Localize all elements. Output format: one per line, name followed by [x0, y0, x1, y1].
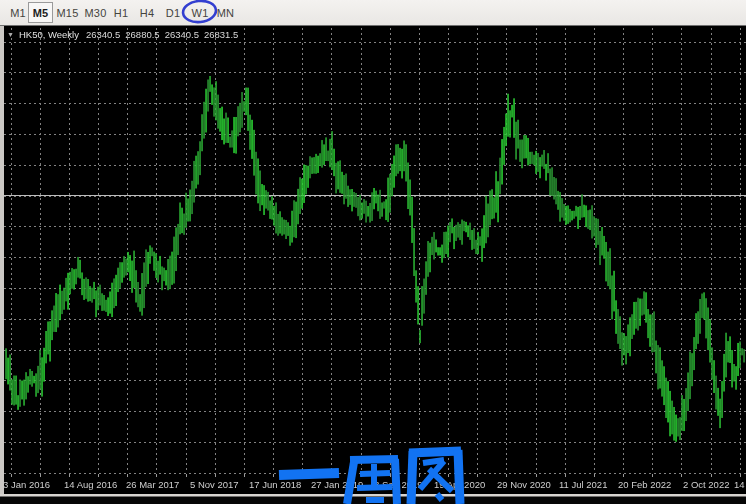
timeframe-button-m15[interactable]: M15	[54, 4, 81, 22]
ohlc-high: 26880.5	[125, 29, 159, 40]
chart-symbol-label: HK50, Weekly	[19, 29, 79, 40]
timeframe-button-m30[interactable]: M30	[82, 4, 109, 22]
ohlc-low: 26340.5	[165, 29, 199, 40]
ohlc-close: 26831.5	[204, 29, 238, 40]
timeframe-toolbar: M1M5M15M30H1H4D1W1MN	[0, 0, 746, 26]
chart-dropdown-icon[interactable]: ▼	[7, 31, 14, 38]
timeframe-button-m1[interactable]: M1	[8, 4, 28, 22]
timeframe-button-h4[interactable]: H4	[137, 4, 157, 22]
price-chart-canvas[interactable]	[0, 0, 746, 504]
metatrader-window: M1M5M15M30H1H4D1W1MN ▼ HK50, Weekly 2634…	[0, 0, 746, 504]
timeframe-button-m5[interactable]: M5	[28, 2, 53, 23]
chart-title: ▼ HK50, Weekly 26340.5 26880.5 26340.5 2…	[7, 29, 243, 40]
timeframe-button-w1[interactable]: W1	[188, 4, 212, 22]
ohlc-open: 26340.5	[86, 29, 120, 40]
timeframe-button-mn[interactable]: MN	[214, 4, 237, 22]
timeframe-button-h1[interactable]: H1	[111, 4, 131, 22]
timeframe-button-d1[interactable]: D1	[163, 4, 183, 22]
